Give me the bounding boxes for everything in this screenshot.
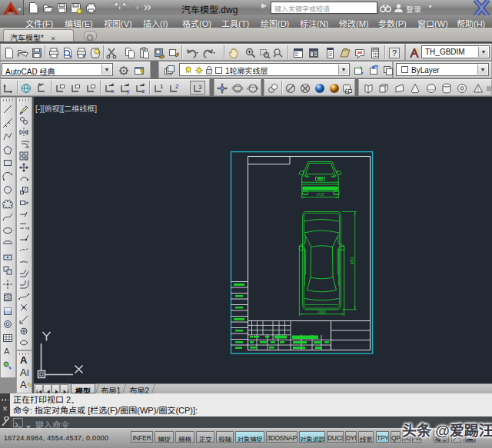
svg-text:1800: 1800	[317, 310, 326, 314]
svg-text:4800: 4800	[351, 256, 354, 264]
svg-text:1: 1	[160, 83, 164, 90]
svg-text:1715: 1715	[316, 193, 324, 197]
svg-text:A: A	[4, 347, 10, 356]
svg-text:?: ?	[392, 48, 397, 58]
svg-text:z: z	[142, 88, 145, 94]
svg-text:x: x	[111, 88, 115, 94]
svg-text:2: 2	[175, 83, 179, 90]
svg-text:y: y	[127, 88, 130, 95]
svg-text:3: 3	[198, 84, 202, 91]
